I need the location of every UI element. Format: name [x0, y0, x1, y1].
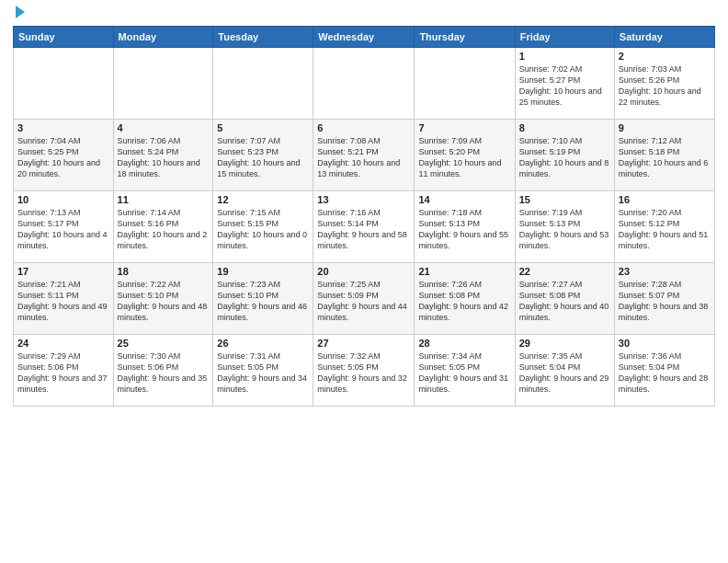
day-number: 17 [17, 266, 109, 277]
calendar-cell: 7Sunrise: 7:09 AM Sunset: 5:20 PM Daylig… [415, 120, 515, 191]
calendar-cell: 8Sunrise: 7:10 AM Sunset: 5:19 PM Daylig… [515, 120, 614, 191]
day-number: 26 [217, 338, 309, 349]
calendar-week-row: 10Sunrise: 7:13 AM Sunset: 5:17 PM Dayli… [14, 191, 715, 263]
calendar-weekday-tuesday: Tuesday [213, 27, 313, 48]
day-number: 10 [17, 194, 109, 205]
calendar-cell: 16Sunrise: 7:20 AM Sunset: 5:12 PM Dayli… [614, 191, 714, 263]
day-number: 19 [217, 266, 309, 277]
day-info: Sunrise: 7:25 AM Sunset: 5:09 PM Dayligh… [317, 279, 410, 324]
day-number: 23 [619, 266, 711, 277]
day-number: 8 [519, 122, 610, 133]
logo [13, 9, 25, 18]
logo-arrow-icon [16, 6, 25, 18]
day-info: Sunrise: 7:35 AM Sunset: 5:04 PM Dayligh… [519, 350, 610, 396]
day-number: 20 [317, 266, 410, 277]
calendar-week-row: 17Sunrise: 7:21 AM Sunset: 5:11 PM Dayli… [14, 263, 715, 335]
day-info: Sunrise: 7:22 AM Sunset: 5:10 PM Dayligh… [118, 279, 210, 324]
day-number: 18 [118, 266, 210, 277]
calendar-weekday-wednesday: Wednesday [313, 27, 415, 48]
calendar-cell: 29Sunrise: 7:35 AM Sunset: 5:04 PM Dayli… [515, 335, 614, 407]
day-info: Sunrise: 7:06 AM Sunset: 5:24 PM Dayligh… [118, 135, 210, 180]
day-number: 29 [519, 338, 610, 349]
day-info: Sunrise: 7:13 AM Sunset: 5:17 PM Dayligh… [17, 207, 109, 252]
calendar-cell: 21Sunrise: 7:26 AM Sunset: 5:08 PM Dayli… [415, 263, 515, 335]
day-number: 27 [317, 338, 410, 349]
page: SundayMondayTuesdayWednesdayThursdayFrid… [0, 0, 728, 416]
day-info: Sunrise: 7:09 AM Sunset: 5:20 PM Dayligh… [418, 135, 510, 180]
day-info: Sunrise: 7:27 AM Sunset: 5:08 PM Dayligh… [519, 279, 610, 324]
day-number: 30 [619, 338, 711, 349]
day-number: 4 [118, 122, 210, 133]
day-info: Sunrise: 7:04 AM Sunset: 5:25 PM Dayligh… [17, 135, 109, 180]
calendar-cell [113, 48, 213, 120]
day-info: Sunrise: 7:14 AM Sunset: 5:16 PM Dayligh… [118, 207, 210, 252]
calendar-cell: 6Sunrise: 7:08 AM Sunset: 5:21 PM Daylig… [313, 120, 415, 191]
calendar-cell [213, 48, 313, 120]
calendar-cell: 26Sunrise: 7:31 AM Sunset: 5:05 PM Dayli… [213, 335, 313, 407]
calendar-cell: 17Sunrise: 7:21 AM Sunset: 5:11 PM Dayli… [14, 263, 114, 335]
day-number: 2 [619, 51, 711, 62]
calendar-table: SundayMondayTuesdayWednesdayThursdayFrid… [13, 26, 715, 407]
day-info: Sunrise: 7:08 AM Sunset: 5:21 PM Dayligh… [317, 135, 410, 180]
calendar-cell: 2Sunrise: 7:03 AM Sunset: 5:26 PM Daylig… [614, 48, 714, 120]
day-info: Sunrise: 7:07 AM Sunset: 5:23 PM Dayligh… [217, 135, 309, 180]
day-info: Sunrise: 7:16 AM Sunset: 5:14 PM Dayligh… [317, 207, 410, 252]
calendar-cell: 10Sunrise: 7:13 AM Sunset: 5:17 PM Dayli… [14, 191, 114, 263]
day-info: Sunrise: 7:30 AM Sunset: 5:06 PM Dayligh… [118, 350, 210, 396]
calendar-cell: 25Sunrise: 7:30 AM Sunset: 5:06 PM Dayli… [113, 335, 213, 407]
day-number: 5 [217, 122, 309, 133]
day-info: Sunrise: 7:36 AM Sunset: 5:04 PM Dayligh… [619, 350, 711, 396]
day-number: 6 [317, 122, 410, 133]
calendar-cell: 4Sunrise: 7:06 AM Sunset: 5:24 PM Daylig… [113, 120, 213, 191]
day-info: Sunrise: 7:10 AM Sunset: 5:19 PM Dayligh… [519, 135, 610, 180]
calendar-cell: 3Sunrise: 7:04 AM Sunset: 5:25 PM Daylig… [14, 120, 114, 191]
day-number: 21 [418, 266, 510, 277]
calendar-cell: 20Sunrise: 7:25 AM Sunset: 5:09 PM Dayli… [313, 263, 415, 335]
calendar-cell [14, 48, 114, 120]
day-number: 15 [519, 194, 610, 205]
calendar-week-row: 3Sunrise: 7:04 AM Sunset: 5:25 PM Daylig… [14, 120, 715, 191]
calendar-cell [415, 48, 515, 120]
calendar-week-row: 24Sunrise: 7:29 AM Sunset: 5:06 PM Dayli… [14, 335, 715, 407]
day-info: Sunrise: 7:20 AM Sunset: 5:12 PM Dayligh… [619, 207, 711, 252]
day-number: 3 [17, 122, 109, 133]
day-number: 11 [118, 194, 210, 205]
calendar-cell: 30Sunrise: 7:36 AM Sunset: 5:04 PM Dayli… [614, 335, 714, 407]
day-number: 25 [118, 338, 210, 349]
calendar-cell: 12Sunrise: 7:15 AM Sunset: 5:15 PM Dayli… [213, 191, 313, 263]
day-info: Sunrise: 7:03 AM Sunset: 5:26 PM Dayligh… [619, 63, 711, 109]
calendar-cell [313, 48, 415, 120]
day-info: Sunrise: 7:29 AM Sunset: 5:06 PM Dayligh… [17, 350, 109, 396]
day-number: 14 [418, 194, 510, 205]
day-info: Sunrise: 7:18 AM Sunset: 5:13 PM Dayligh… [418, 207, 510, 252]
day-info: Sunrise: 7:26 AM Sunset: 5:08 PM Dayligh… [418, 279, 510, 324]
calendar-weekday-friday: Friday [515, 27, 614, 48]
day-info: Sunrise: 7:19 AM Sunset: 5:13 PM Dayligh… [519, 207, 610, 252]
day-info: Sunrise: 7:15 AM Sunset: 5:15 PM Dayligh… [217, 207, 309, 252]
day-number: 16 [619, 194, 711, 205]
day-number: 22 [519, 266, 610, 277]
calendar-cell: 5Sunrise: 7:07 AM Sunset: 5:23 PM Daylig… [213, 120, 313, 191]
calendar-cell: 15Sunrise: 7:19 AM Sunset: 5:13 PM Dayli… [515, 191, 614, 263]
day-info: Sunrise: 7:12 AM Sunset: 5:18 PM Dayligh… [619, 135, 711, 180]
calendar-cell: 1Sunrise: 7:02 AM Sunset: 5:27 PM Daylig… [515, 48, 614, 120]
calendar-cell: 28Sunrise: 7:34 AM Sunset: 5:05 PM Dayli… [415, 335, 515, 407]
day-info: Sunrise: 7:23 AM Sunset: 5:10 PM Dayligh… [217, 279, 309, 324]
day-number: 7 [418, 122, 510, 133]
calendar-weekday-sunday: Sunday [14, 27, 114, 48]
day-number: 28 [418, 338, 510, 349]
calendar-header-row: SundayMondayTuesdayWednesdayThursdayFrid… [14, 27, 715, 48]
day-info: Sunrise: 7:32 AM Sunset: 5:05 PM Dayligh… [317, 350, 410, 396]
day-number: 13 [317, 194, 410, 205]
calendar-cell: 19Sunrise: 7:23 AM Sunset: 5:10 PM Dayli… [213, 263, 313, 335]
day-number: 12 [217, 194, 309, 205]
day-info: Sunrise: 7:34 AM Sunset: 5:05 PM Dayligh… [418, 350, 510, 396]
calendar-cell: 11Sunrise: 7:14 AM Sunset: 5:16 PM Dayli… [113, 191, 213, 263]
day-number: 9 [619, 122, 711, 133]
calendar-weekday-monday: Monday [113, 27, 213, 48]
calendar-cell: 23Sunrise: 7:28 AM Sunset: 5:07 PM Dayli… [614, 263, 714, 335]
calendar-weekday-thursday: Thursday [415, 27, 515, 48]
calendar-cell: 14Sunrise: 7:18 AM Sunset: 5:13 PM Dayli… [415, 191, 515, 263]
day-info: Sunrise: 7:31 AM Sunset: 5:05 PM Dayligh… [217, 350, 309, 396]
calendar-cell: 9Sunrise: 7:12 AM Sunset: 5:18 PM Daylig… [614, 120, 714, 191]
